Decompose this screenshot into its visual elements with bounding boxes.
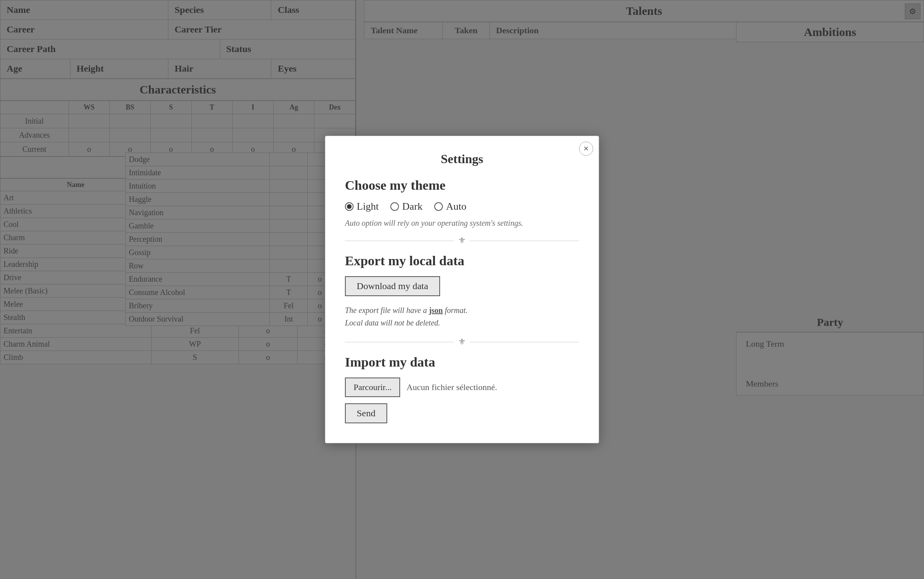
divider-icon-2: ⚜ xyxy=(458,337,466,347)
divider-2: ⚜ xyxy=(345,337,579,347)
auto-radio-circle xyxy=(434,202,443,211)
settings-modal: × Settings Choose my theme Light Dark Au… xyxy=(325,136,599,443)
file-name-display: Aucun fichier sélectionné. xyxy=(406,382,497,392)
import-heading: Import my data xyxy=(345,355,579,370)
dark-label: Dark xyxy=(402,201,422,212)
export-note: The export file will have a json format.… xyxy=(345,304,579,329)
export-note-line3: Local data will not be deleted. xyxy=(345,318,440,327)
theme-option-light[interactable]: Light xyxy=(345,201,379,212)
download-label: Download my data xyxy=(357,281,428,291)
send-button[interactable]: Send xyxy=(345,403,387,423)
browse-label: Parcourir... xyxy=(354,382,392,392)
divider-line-left xyxy=(345,241,454,241)
theme-heading: Choose my theme xyxy=(345,178,579,193)
divider-2-line-right xyxy=(470,342,579,342)
theme-option-dark[interactable]: Dark xyxy=(390,201,422,212)
divider-line-right xyxy=(470,241,579,241)
modal-close-button[interactable]: × xyxy=(579,142,593,156)
divider-2-line-left xyxy=(345,342,454,342)
light-label: Light xyxy=(357,201,379,212)
dark-radio-circle xyxy=(390,202,399,211)
light-radio-circle xyxy=(345,202,354,211)
divider-1: ⚜ xyxy=(345,236,579,246)
export-note-prefix: The export file will have a xyxy=(345,306,429,315)
import-file-row: Parcourir... Aucun fichier sélectionné. xyxy=(345,378,579,397)
send-label: Send xyxy=(357,408,375,418)
theme-radio-group: Light Dark Auto xyxy=(345,201,579,212)
close-icon: × xyxy=(584,144,589,154)
browse-file-button[interactable]: Parcourir... xyxy=(345,378,400,397)
export-heading: Export my local data xyxy=(345,254,579,268)
theme-option-auto[interactable]: Auto xyxy=(434,201,466,212)
download-data-button[interactable]: Download my data xyxy=(345,276,440,296)
auto-label: Auto xyxy=(446,201,466,212)
divider-icon-1: ⚜ xyxy=(458,236,466,246)
theme-hint: Auto option will rely on your operating … xyxy=(345,219,579,228)
modal-title: Settings xyxy=(345,152,579,166)
export-format: json xyxy=(429,306,443,315)
modal-overlay: × Settings Choose my theme Light Dark Au… xyxy=(0,0,924,579)
export-note-suffix: format. xyxy=(443,306,467,315)
